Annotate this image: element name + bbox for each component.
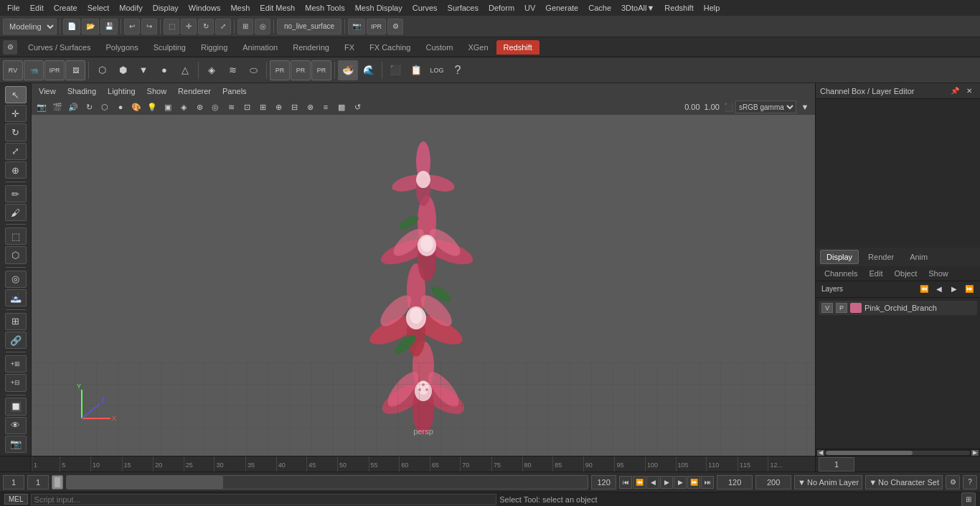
- frame-current-input[interactable]: [27, 475, 49, 489]
- rp-tab-render[interactable]: Render: [862, 250, 900, 264]
- vp-xray-icon[interactable]: ⊞: [255, 100, 270, 113]
- rs-btn2[interactable]: +⊟: [5, 374, 27, 391]
- transport-prev-frame-btn[interactable]: ◀: [646, 476, 659, 489]
- shape-tetra-btn[interactable]: ▼: [133, 60, 154, 80]
- rp-pin-icon[interactable]: 📌: [948, 85, 961, 98]
- vp-menu-panels[interactable]: Panels: [220, 85, 250, 97]
- snap-btn[interactable]: 🔗: [5, 332, 27, 349]
- vp-menu-renderer[interactable]: Renderer: [175, 85, 214, 97]
- playback-end-input[interactable]: [717, 475, 753, 489]
- menu-redshift[interactable]: Redshift: [660, 2, 697, 14]
- render-cam-btn[interactable]: 📷: [348, 19, 365, 34]
- render-btn[interactable]: 🖼: [65, 60, 85, 80]
- frame-start-input[interactable]: [3, 475, 24, 489]
- marquee-btn[interactable]: ⬚: [5, 228, 27, 245]
- vp-light-icon[interactable]: 💡: [145, 100, 159, 113]
- rp-scrollbar[interactable]: ◀ ▶: [816, 449, 980, 456]
- vp-ssao-icon[interactable]: ◈: [176, 100, 191, 113]
- move-tool-btn[interactable]: ✛: [181, 19, 197, 34]
- transport-go-end-btn[interactable]: ⏭: [701, 476, 714, 489]
- vp-menu-shading[interactable]: Shading: [65, 85, 99, 97]
- ipr-btn[interactable]: IPR: [367, 19, 386, 34]
- vp-normals-icon[interactable]: ⊕: [271, 100, 286, 113]
- menu-edit[interactable]: Edit: [26, 2, 48, 14]
- script-input[interactable]: [31, 494, 497, 505]
- transport-go-start-btn[interactable]: ⏮: [619, 476, 632, 489]
- menu-curves[interactable]: Curves: [408, 2, 442, 14]
- rs-mat1-btn[interactable]: ⬛: [385, 60, 405, 80]
- rp-sub-object[interactable]: Object: [890, 268, 921, 279]
- vp-dof-icon[interactable]: ◎: [208, 100, 222, 113]
- rs-mat2-btn[interactable]: 📋: [406, 60, 426, 80]
- scale-tool-btn[interactable]: ⤢: [5, 143, 27, 160]
- vp-crease-icon[interactable]: ≡: [319, 100, 333, 113]
- menu-help[interactable]: Help: [699, 2, 725, 14]
- menu-mesh-tools[interactable]: Mesh Tools: [301, 2, 349, 14]
- menu-surfaces[interactable]: Surfaces: [443, 2, 483, 14]
- statusbar-settings-btn[interactable]: ⊞: [961, 492, 976, 507]
- rp-layer-icon4[interactable]: ⏩: [963, 283, 976, 296]
- rp-tab-display[interactable]: Display: [820, 250, 859, 264]
- vp-grid-icon[interactable]: ⊟: [287, 100, 301, 113]
- menu-file[interactable]: File: [3, 2, 24, 14]
- menu-uv[interactable]: UV: [520, 2, 540, 14]
- menu-mesh[interactable]: Mesh: [226, 2, 254, 14]
- bc-settings-btn[interactable]: ⚙: [946, 475, 960, 489]
- shape-sphere-btn[interactable]: ●: [154, 60, 174, 80]
- universal-tool-btn[interactable]: ⊕: [5, 161, 27, 179]
- vp-smooth-icon[interactable]: ●: [113, 100, 128, 113]
- vp-wireframe-icon[interactable]: ⬡: [98, 100, 112, 113]
- paint-tool-btn[interactable]: ✏: [5, 185, 27, 202]
- vp-loop-icon[interactable]: ↻: [82, 100, 96, 113]
- menu-select[interactable]: Select: [83, 2, 114, 14]
- rp-scroll-track[interactable]: [826, 451, 970, 455]
- menu-windows[interactable]: Windows: [184, 2, 225, 14]
- mel-label[interactable]: MEL: [4, 494, 28, 505]
- rp-sub-show[interactable]: Show: [924, 268, 953, 279]
- menu-mesh-display[interactable]: Mesh Display: [351, 2, 407, 14]
- tab-sculpting[interactable]: Sculpting: [146, 40, 193, 55]
- layer-playback-btn[interactable]: P: [836, 303, 847, 313]
- vp-isolate-icon[interactable]: ⊡: [240, 100, 254, 113]
- rs-help-btn[interactable]: ?: [448, 60, 468, 80]
- rp-tab-anim[interactable]: Anim: [903, 250, 934, 264]
- snap-to-grid-btn[interactable]: ⊞: [237, 19, 253, 34]
- proxy-btn[interactable]: ◈: [202, 60, 222, 80]
- ipr-icon-btn[interactable]: 📹: [24, 60, 44, 80]
- char-set-dropdown[interactable]: ▼ No Character Set: [865, 475, 943, 489]
- vp-shadow-icon[interactable]: ▣: [161, 100, 175, 113]
- tab-animation[interactable]: Animation: [235, 40, 285, 55]
- ipr2-btn[interactable]: IPR: [44, 60, 65, 80]
- rs-render2-btn[interactable]: 🌊: [359, 60, 379, 80]
- tab-custom[interactable]: Custom: [419, 40, 461, 55]
- viewport[interactable]: View Shading Lighting Show Renderer Pane…: [32, 83, 815, 456]
- display-btn[interactable]: 👁: [5, 417, 27, 434]
- vp-motion-blur-icon[interactable]: ≋: [224, 100, 238, 113]
- tab-fx[interactable]: FX: [337, 40, 362, 55]
- menu-modify[interactable]: Modify: [115, 2, 146, 14]
- transport-next-frame-btn[interactable]: ▶: [674, 476, 687, 489]
- tab-fx-caching[interactable]: FX Caching: [362, 40, 418, 55]
- rs-btn1[interactable]: +⊞: [5, 355, 27, 373]
- tab-redshift[interactable]: Redshift: [496, 40, 540, 55]
- vp-texture-icon[interactable]: 🎨: [129, 100, 143, 113]
- color-space-icon[interactable]: ⬛: [724, 100, 734, 113]
- rp-scroll-right-btn[interactable]: ▶: [971, 450, 979, 456]
- undo-btn[interactable]: ↩: [124, 19, 140, 34]
- pr-btn2[interactable]: PR: [291, 60, 311, 80]
- rs-log-btn[interactable]: LOG: [427, 60, 447, 80]
- timeline[interactable]: 1 5 10 15 20 25 30 35 40 45 50 55 60 65 …: [0, 456, 980, 472]
- lasso-btn[interactable]: ⬡: [5, 246, 27, 263]
- rotate-tool-btn[interactable]: ↻: [5, 123, 27, 141]
- menu-create[interactable]: Create: [50, 2, 82, 14]
- render-settings-btn[interactable]: ⚙: [387, 19, 403, 34]
- frame-slider-handle[interactable]: [52, 475, 63, 489]
- vp-menu-show[interactable]: Show: [144, 85, 170, 97]
- workspace-selector[interactable]: Modeling: [3, 19, 57, 34]
- rp-layer-icon2[interactable]: ◀: [933, 283, 946, 296]
- rp-layer-icon1[interactable]: ⏪: [918, 283, 930, 296]
- vp-menu-lighting[interactable]: Lighting: [105, 85, 138, 97]
- rp-scroll-left-btn[interactable]: ◀: [817, 450, 824, 456]
- timeline-slider[interactable]: [66, 475, 588, 489]
- tab-xgen[interactable]: XGen: [461, 40, 495, 55]
